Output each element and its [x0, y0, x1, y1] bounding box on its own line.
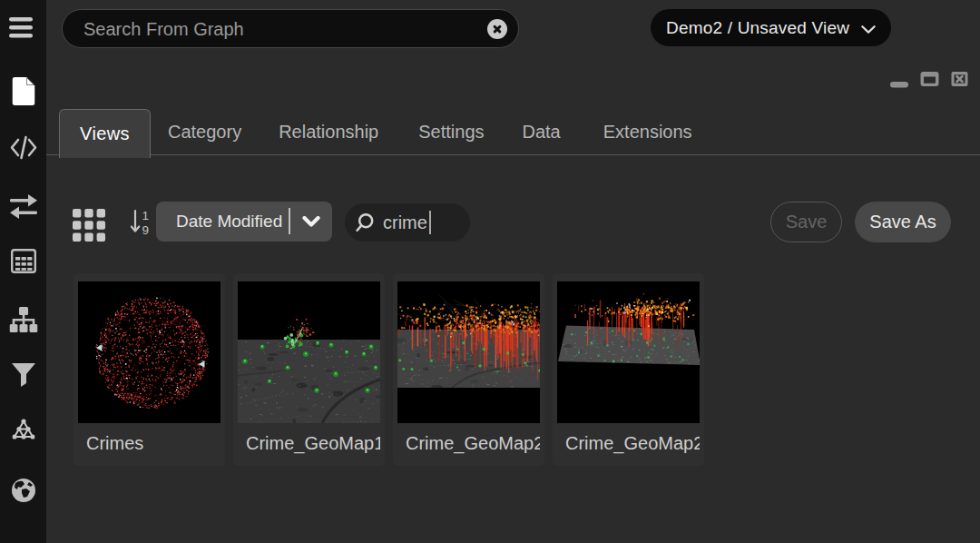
svg-text:9: 9 — [142, 223, 150, 237]
svg-text:1: 1 — [142, 209, 150, 222]
